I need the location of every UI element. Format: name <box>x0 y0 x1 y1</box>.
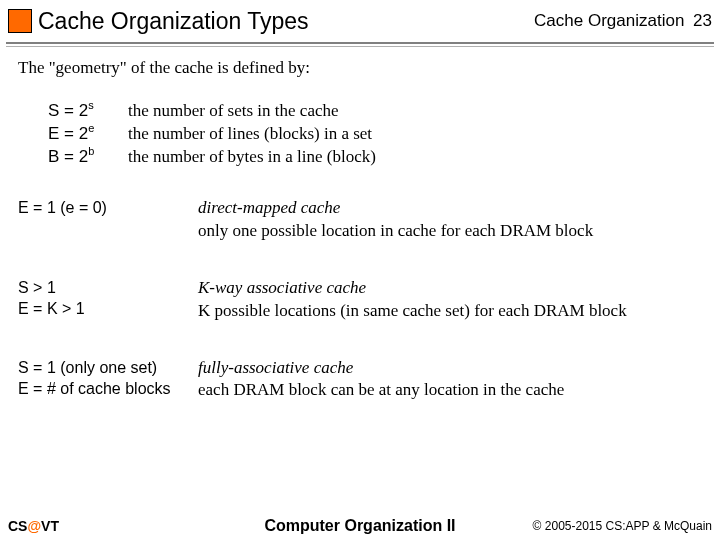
case-description: K-way associative cache K possible locat… <box>198 277 702 323</box>
case-condition: S = 1 (only one set) E = # of cache bloc… <box>18 357 198 403</box>
geometry-symbol: S = 2s <box>48 100 128 123</box>
geometry-desc: the number of lines (blocks) in a set <box>128 123 702 146</box>
header-section-label: Cache Organization <box>534 11 684 30</box>
case-detail: each DRAM block can be at any location i… <box>198 379 702 402</box>
header-context: Cache Organization 23 <box>534 11 712 31</box>
case-detail: only one possible location in cache for … <box>198 220 702 243</box>
case-condition: S > 1 E = K > 1 <box>18 277 198 323</box>
geometry-row: S = 2s the number of sets in the cache <box>48 100 702 123</box>
case-row: E = 1 (e = 0) direct-mapped cache only o… <box>18 197 702 243</box>
case-row: S = 1 (only one set) E = # of cache bloc… <box>18 357 702 403</box>
geometry-row: E = 2e the number of lines (blocks) in a… <box>48 123 702 146</box>
geometry-desc: the number of sets in the cache <box>128 100 702 123</box>
geometry-desc: the number of bytes in a line (block) <box>128 146 702 169</box>
case-row: S > 1 E = K > 1 K-way associative cache … <box>18 277 702 323</box>
case-condition: E = 1 (e = 0) <box>18 197 198 243</box>
case-name: K-way associative cache <box>198 277 702 300</box>
case-name: fully-associative cache <box>198 357 702 380</box>
accent-square-icon <box>8 9 32 33</box>
slide: Cache Organization Types Cache Organizat… <box>0 0 720 540</box>
footer: CS@VT Computer Organization II © 2005-20… <box>0 518 720 534</box>
case-description: fully-associative cache each DRAM block … <box>198 357 702 403</box>
case-name: direct-mapped cache <box>198 197 702 220</box>
footer-center: Computer Organization II <box>264 517 455 535</box>
header: Cache Organization Types Cache Organizat… <box>0 0 720 42</box>
divider <box>6 42 714 44</box>
intro-text: The "geometry" of the cache is defined b… <box>18 57 702 80</box>
geometry-row: B = 2b the number of bytes in a line (bl… <box>48 146 702 169</box>
geometry-symbol: E = 2e <box>48 123 128 146</box>
geometry-list: S = 2s the number of sets in the cache E… <box>48 100 702 169</box>
geometry-symbol: B = 2b <box>48 146 128 169</box>
footer-left: CS@VT <box>8 518 59 534</box>
case-description: direct-mapped cache only one possible lo… <box>198 197 702 243</box>
body: The "geometry" of the cache is defined b… <box>0 47 720 402</box>
cases-list: E = 1 (e = 0) direct-mapped cache only o… <box>18 197 702 403</box>
page-title: Cache Organization Types <box>38 8 534 35</box>
footer-right: © 2005-2015 CS:APP & McQuain <box>533 519 712 533</box>
page-number: 23 <box>693 11 712 30</box>
case-detail: K possible locations (in same cache set)… <box>198 300 702 323</box>
